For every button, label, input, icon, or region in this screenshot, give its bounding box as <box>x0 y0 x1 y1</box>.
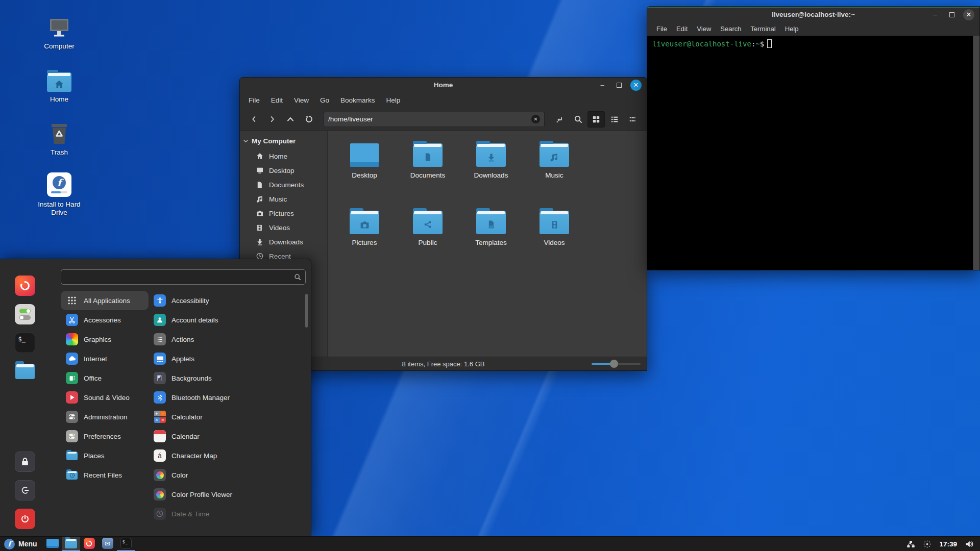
app-actions[interactable]: Actions <box>149 330 306 349</box>
icon-view-button[interactable] <box>587 111 605 128</box>
terminal-menu-file[interactable]: File <box>652 24 671 34</box>
toggle-location-entry-button[interactable] <box>551 111 568 128</box>
folder-templates[interactable]: Templates <box>459 209 523 276</box>
sidebar-section-my-computer[interactable]: My Computer <box>240 135 327 149</box>
taskbar-terminal-button[interactable]: $_ <box>117 537 135 551</box>
close-button[interactable]: ✕ <box>630 80 642 91</box>
fm-titlebar[interactable]: Home – ✕ <box>240 78 647 92</box>
category-office[interactable]: Office <box>61 368 149 388</box>
list-view-button[interactable] <box>606 111 623 128</box>
taskbar-firefox-button[interactable] <box>80 537 99 551</box>
zoom-slider-handle[interactable] <box>610 360 618 368</box>
terminal-launcher[interactable]: $_ <box>15 333 35 353</box>
status-sparkle-icon[interactable] <box>923 540 932 548</box>
firefox-launcher[interactable] <box>15 276 35 296</box>
maximize-button[interactable] <box>614 80 625 91</box>
sidebar-item-videos[interactable]: Videos <box>240 220 327 235</box>
fm-menu-go[interactable]: Go <box>315 95 334 106</box>
desktop-icon-home[interactable]: Home <box>30 72 89 104</box>
app-date-time[interactable]: Date & Time <box>149 504 306 523</box>
fm-file-grid: Desktop Documents Downloads Music Pictur… <box>328 131 647 357</box>
app-color-profile-viewer[interactable]: Color Profile Viewer <box>149 485 306 504</box>
category-administration[interactable]: Administration <box>61 407 149 427</box>
terminal-menu-help[interactable]: Help <box>781 24 803 34</box>
fm-menu-view[interactable]: View <box>289 95 313 106</box>
location-bar[interactable]: /home/liveuser ✕ <box>324 112 545 127</box>
category-accessories[interactable]: Accessories <box>61 310 149 330</box>
terminal-menu-edit[interactable]: Edit <box>672 24 692 34</box>
menu-button[interactable]: f Menu <box>0 537 43 551</box>
up-button[interactable] <box>282 111 299 128</box>
category-all-applications[interactable]: All Applications <box>61 291 149 310</box>
show-desktop-button[interactable] <box>43 537 62 551</box>
search-button[interactable] <box>569 111 586 128</box>
desktop-icon-trash[interactable]: Trash <box>30 122 89 157</box>
network-icon[interactable] <box>906 540 915 548</box>
refresh-button[interactable] <box>300 111 317 128</box>
minimize-button[interactable]: – <box>597 80 608 91</box>
actions-icon <box>154 333 166 345</box>
app-bluetooth-manager[interactable]: Bluetooth Manager <box>149 388 306 407</box>
terminal-menu-view[interactable]: View <box>693 24 715 34</box>
terminal-titlebar[interactable]: liveuser@localhost-live:~ – ✕ <box>647 7 979 21</box>
terminal-content[interactable]: liveuser@localhost-live:~$ <box>647 36 979 270</box>
app-character-map[interactable]: á Character Map <box>149 446 306 465</box>
category-preferences[interactable]: Preferences <box>61 427 149 446</box>
sidebar-item-home[interactable]: Home <box>240 149 327 163</box>
sidebar-item-documents[interactable]: Documents <box>240 178 327 192</box>
clear-location-icon[interactable]: ✕ <box>531 115 540 123</box>
lock-screen-button[interactable] <box>15 452 35 472</box>
desktop-icon-computer[interactable]: Computer <box>30 17 89 51</box>
maximize-button[interactable] <box>946 9 958 20</box>
folder-videos[interactable]: Videos <box>523 209 586 276</box>
terminal-scrollbar[interactable] <box>973 36 979 270</box>
app-color[interactable]: Color <box>149 465 306 485</box>
app-applets[interactable]: Applets <box>149 349 306 368</box>
folder-pictures[interactable]: Pictures <box>333 209 396 276</box>
category-sound-video[interactable]: Sound & Video <box>61 388 149 407</box>
taskbar-mail-button[interactable]: ✉ <box>99 537 117 551</box>
zoom-slider[interactable] <box>592 357 641 370</box>
menu-search-input[interactable] <box>65 273 294 281</box>
fm-menu-file[interactable]: File <box>244 95 264 106</box>
sidebar-item-desktop[interactable]: Desktop <box>240 163 327 178</box>
sidebar-item-downloads[interactable]: Downloads <box>240 235 327 249</box>
app-backgrounds[interactable]: Backgrounds <box>149 368 306 388</box>
app-calendar[interactable]: Calendar <box>149 427 306 446</box>
folder-desktop[interactable]: Desktop <box>333 141 396 209</box>
home-icon <box>255 152 264 161</box>
files-launcher[interactable] <box>15 361 35 382</box>
app-accessibility[interactable]: Accessibility <box>149 291 306 310</box>
terminal-menu-terminal[interactable]: Terminal <box>747 24 780 34</box>
menu-search-box[interactable] <box>61 269 306 285</box>
folder-music[interactable]: Music <box>523 141 586 209</box>
system-settings-launcher[interactable] <box>15 304 35 324</box>
app-account-details[interactable]: Account details <box>149 310 306 330</box>
category-recent-files[interactable]: Recent Files <box>61 465 149 485</box>
sidebar-item-pictures[interactable]: Pictures <box>240 206 327 220</box>
desktop-icon-install[interactable]: f Install to Hard Drive <box>30 172 89 216</box>
logout-button[interactable] <box>15 480 35 500</box>
category-places[interactable]: Places <box>61 446 149 465</box>
taskbar-files-button[interactable] <box>62 537 80 551</box>
apps-scrollbar[interactable] <box>305 294 308 328</box>
category-internet[interactable]: Internet <box>61 349 149 368</box>
minimize-button[interactable]: – <box>929 9 941 20</box>
folder-documents[interactable]: Documents <box>396 141 459 209</box>
category-graphics[interactable]: Graphics <box>61 330 149 349</box>
fm-menu-edit[interactable]: Edit <box>266 95 287 106</box>
back-button[interactable] <box>245 111 262 128</box>
volume-icon[interactable] <box>965 540 974 548</box>
app-calculator[interactable]: + − × = Calculator <box>149 407 306 427</box>
forward-button[interactable] <box>263 111 281 128</box>
fm-menu-help[interactable]: Help <box>382 95 405 106</box>
fm-menu-bookmarks[interactable]: Bookmarks <box>336 95 380 106</box>
sidebar-item-music[interactable]: Music <box>240 192 327 206</box>
folder-public[interactable]: Public <box>396 209 459 276</box>
compact-view-button[interactable] <box>624 111 642 128</box>
terminal-menu-search[interactable]: Search <box>716 24 745 34</box>
close-button[interactable]: ✕ <box>963 9 974 20</box>
clock[interactable]: 17:39 <box>939 540 957 548</box>
shutdown-button[interactable] <box>15 509 35 529</box>
folder-downloads[interactable]: Downloads <box>459 141 523 209</box>
